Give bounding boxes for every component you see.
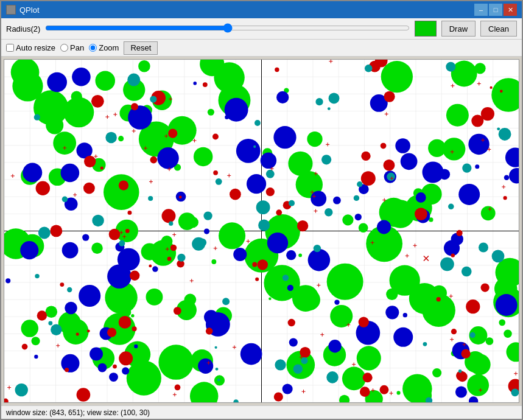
status-text: window size: (843, 651); view size: (100… <box>6 408 150 417</box>
plot-area <box>1 57 522 405</box>
close-button[interactable]: ✕ <box>504 4 517 16</box>
canvas[interactable] <box>4 60 519 402</box>
title-bar: QPlot – □ ✕ <box>1 1 522 18</box>
status-bar: window size: (843, 651); view size: (100… <box>1 405 522 419</box>
clean-button[interactable]: Clean <box>480 21 517 37</box>
maximize-button[interactable]: □ <box>489 4 502 16</box>
slider-container <box>45 22 409 36</box>
main-window: QPlot – □ ✕ Radius(2) Draw Clean Auto re… <box>0 0 523 420</box>
draw-button[interactable]: Draw <box>441 21 476 37</box>
title-bar-left: QPlot <box>6 5 40 15</box>
app-icon <box>6 5 16 15</box>
zoom-radio-label[interactable]: Zoom <box>89 43 119 52</box>
autoresize-checkbox-label[interactable]: Auto resize <box>6 43 55 52</box>
autoresize-label: Auto resize <box>16 43 55 52</box>
zoom-label: Zoom <box>99 43 119 52</box>
radius-slider[interactable] <box>45 22 409 34</box>
color-box[interactable] <box>415 21 437 37</box>
autoresize-checkbox[interactable] <box>6 44 14 52</box>
pan-label: Pan <box>70 43 84 52</box>
toolbar-1: Radius(2) Draw Clean <box>1 18 522 40</box>
title-bar-controls: – □ ✕ <box>474 4 517 16</box>
pan-radio-label[interactable]: Pan <box>60 43 84 52</box>
plot-canvas[interactable] <box>4 59 519 403</box>
toolbar-2: Auto resize Pan Zoom Reset <box>1 40 522 57</box>
reset-button[interactable]: Reset <box>124 41 158 55</box>
pan-radio[interactable] <box>60 44 68 52</box>
window-title: QPlot <box>19 5 40 15</box>
zoom-radio[interactable] <box>89 44 97 52</box>
minimize-button[interactable]: – <box>474 4 488 16</box>
radius-label: Radius(2) <box>6 24 40 33</box>
